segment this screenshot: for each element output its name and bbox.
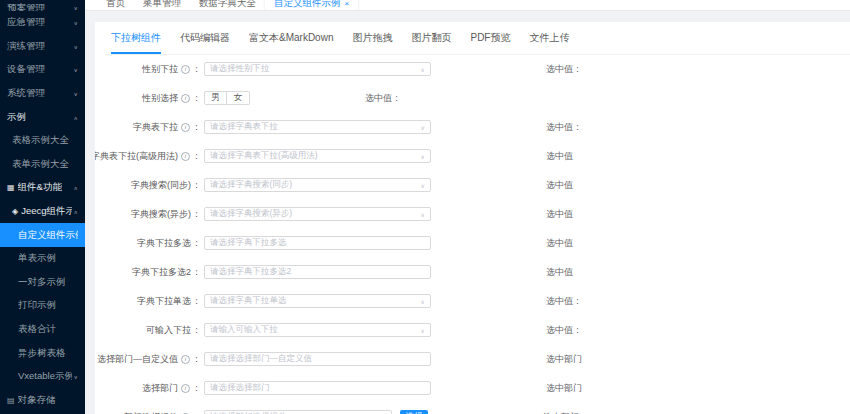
tabbar-tab-label: 自定义组件示例	[274, 0, 341, 10]
sidebar-item-label: 一对多示例	[18, 276, 66, 289]
tabbar-tab-label: 数据字典大全	[199, 0, 256, 10]
tabbar: 首页菜单管理数据字典大全自定义组件示例×	[85, 0, 850, 11]
radio-option[interactable]: 女	[227, 91, 250, 105]
selected-value-label: 选中值	[546, 179, 573, 192]
field-select[interactable]: 请选择性别下拉∨	[204, 62, 431, 76]
info-icon[interactable]: i	[181, 65, 190, 74]
select-arrow-icon: ∨	[421, 182, 425, 189]
selected-value-label: 选中值：	[546, 295, 582, 308]
field-label-text: 字典搜索(同步)	[131, 179, 191, 192]
select-button[interactable]: 选择	[400, 410, 428, 414]
label-colon: ：	[192, 92, 201, 105]
radio-group: 男女	[204, 91, 250, 105]
label-colon: ：	[192, 411, 201, 414]
tabbar-tab[interactable]: 数据字典大全	[190, 0, 265, 11]
sidebar-item-label: 自定义组件示例	[18, 229, 78, 242]
chevron-down-icon: ∨	[72, 20, 78, 26]
info-icon[interactable]: i	[181, 123, 190, 132]
chevron-up-icon: ∧	[72, 114, 78, 120]
sidebar-item-label: 表单示例大全	[12, 158, 69, 171]
field-label-text: 字典下拉多选2	[132, 266, 191, 279]
field-select[interactable]: 请选择字典表下拉∨	[204, 120, 431, 134]
info-icon[interactable]: i	[181, 152, 190, 161]
label-colon: ：	[192, 324, 201, 337]
sidebar-item-1[interactable]: 应急管理∨	[0, 11, 85, 35]
sidebar-item-4[interactable]: 系统管理∨	[0, 82, 85, 106]
field-label: 字典表下拉(高级用法)i：	[105, 150, 201, 163]
field-label: 选择部门—自定义值i：	[105, 353, 201, 366]
sidebar: 预案管理∨应急管理∨演练管理∨设备管理∨系统管理∨示例∧表格示例大全表单示例大全…	[0, 0, 85, 414]
select-arrow-icon: ∨	[421, 298, 425, 305]
field-select[interactable]: 请选择字典搜索(异步)∨	[204, 207, 431, 221]
close-icon[interactable]: ×	[345, 0, 350, 8]
sidebar-item-label: 单表示例	[18, 252, 56, 265]
selected-value-label: 选中部门	[543, 411, 579, 414]
field-select[interactable]: 请选择字典搜索(同步)∨	[204, 178, 431, 192]
sidebar-item-13[interactable]: 打印示例	[0, 294, 85, 318]
field-label: 性别下拉i：	[105, 63, 201, 76]
field-label: 字典下拉多选2：	[105, 266, 201, 279]
info-icon[interactable]: i	[181, 384, 190, 393]
sidebar-item-3[interactable]: 设备管理∨	[0, 58, 85, 82]
field-label-text: 选择部门—自定义值	[97, 353, 178, 366]
sidebar-item-label: 异步树表格	[18, 347, 66, 360]
sidebar-item-16[interactable]: Vxetable示例∨	[0, 365, 85, 389]
content-tab-3[interactable]: 图片拖拽	[352, 31, 392, 54]
tabbar-tab[interactable]: 首页	[97, 0, 134, 11]
form-row: 字典下拉多选：请选择字典下拉多选选中值	[105, 236, 850, 250]
content-tab-1[interactable]: 代码编辑器	[180, 31, 230, 54]
field-select[interactable]: 请选择字典下拉单选∨	[204, 294, 431, 308]
demo-form: 性别下拉i：请选择性别下拉∨选中值：性别选择i：男女选中值：字典表下拉i：请选择…	[105, 55, 850, 414]
field-input[interactable]: 请选择选择部门—自定义值	[204, 352, 431, 366]
sidebar-item-label: 预案管理	[7, 2, 45, 11]
field-label-text: 可输入下拉	[146, 324, 191, 337]
content-tab-6[interactable]: 文件上传	[529, 31, 569, 54]
selected-value-label: 选中部门	[546, 382, 582, 395]
sidebar-item-6[interactable]: 表格示例大全	[0, 129, 85, 153]
main-card: 下拉树组件代码编辑器富文本&MarkDown图片拖拽图片翻页PDF预览文件上传 …	[95, 22, 850, 414]
field-label-text: 性别选择	[142, 92, 178, 105]
sidebar-item-7[interactable]: 表单示例大全	[0, 153, 85, 177]
form-row: 选择部门—自定义值i：请选择选择部门—自定义值选中部门	[105, 352, 850, 366]
field-placeholder: 请选择选择部门	[210, 382, 270, 394]
content-tab-0[interactable]: 下拉树组件	[111, 31, 161, 54]
field-placeholder: 请选择字典下拉多选	[210, 237, 287, 249]
info-icon[interactable]: i	[181, 355, 190, 364]
field-input[interactable]: 请选择字典下拉多选	[204, 236, 431, 250]
sidebar-item-0[interactable]: 预案管理∨	[0, 0, 85, 11]
sidebar-item-10[interactable]: 自定义组件示例	[0, 223, 85, 247]
tabbar-tab[interactable]: 菜单管理	[134, 0, 190, 11]
sidebar-item-label: 打印示例	[18, 299, 56, 312]
field-input[interactable]: 请选择字典下拉多选2	[204, 265, 431, 279]
info-icon[interactable]: i	[181, 94, 190, 103]
select-arrow-icon: ∨	[421, 153, 425, 160]
content-tab-5[interactable]: PDF预览	[470, 31, 510, 54]
label-colon: ：	[192, 208, 201, 221]
radio-option[interactable]: 男	[204, 91, 227, 105]
sidebar-item-17[interactable]: ▤对象存储	[0, 389, 85, 413]
field-label-text: 性别下拉	[142, 63, 178, 76]
selected-value-label: 选中值	[546, 266, 573, 279]
form-row: 字典表下拉i：请选择字典表下拉∨选中值：	[105, 120, 850, 134]
sidebar-item-2[interactable]: 演练管理∨	[0, 35, 85, 59]
field-select[interactable]: 请输入可输入下拉∨	[204, 323, 431, 337]
field-input[interactable]: 请选择部门选择组件	[204, 410, 392, 414]
content-tab-4[interactable]: 图片翻页	[411, 31, 451, 54]
field-input[interactable]: 请选择选择部门	[204, 381, 431, 395]
content-tab-2[interactable]: 富文本&MarkDown	[249, 31, 333, 54]
field-label: 性别选择i：	[105, 92, 201, 105]
field-label-text: 字典下拉单选	[137, 295, 191, 308]
sidebar-item-14[interactable]: 表格合计	[0, 318, 85, 342]
sidebar-item-8[interactable]: ▦组件&功能∧	[0, 176, 85, 200]
field-select[interactable]: 请选择字典表下拉(高级用法)∨	[204, 149, 431, 163]
field-label: 可输入下拉：	[105, 324, 201, 337]
sidebar-item-11[interactable]: 单表示例	[0, 247, 85, 271]
sidebar-item-5[interactable]: 示例∧	[0, 105, 85, 129]
sidebar-item-15[interactable]: 异步树表格	[0, 341, 85, 365]
sidebar-item-12[interactable]: 一对多示例	[0, 271, 85, 295]
sidebar-item-label: 设备管理	[7, 63, 45, 76]
form-row: 性别下拉i：请选择性别下拉∨选中值：	[105, 62, 850, 76]
sidebar-item-9[interactable]: ◈Jeecg组件示例∧	[0, 200, 85, 224]
sidebar-item-label: 表格示例大全	[12, 134, 69, 147]
tabbar-tab[interactable]: 自定义组件示例×	[265, 0, 358, 11]
